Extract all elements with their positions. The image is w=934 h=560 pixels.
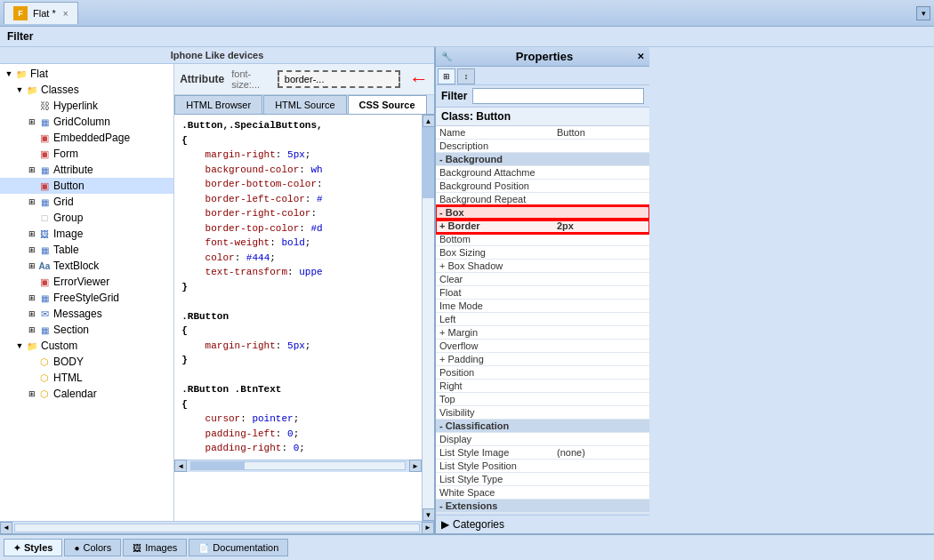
- scroll-track-v[interactable]: [423, 127, 434, 508]
- tree-scrollbar-h[interactable]: ◄ ►: [0, 521, 434, 533]
- css-scrollbar-v[interactable]: ▲ ▼: [422, 115, 434, 521]
- bg-position-value[interactable]: [553, 180, 649, 193]
- tab-css-source[interactable]: CSS Source: [348, 95, 427, 114]
- box-shadow-value[interactable]: [553, 260, 649, 273]
- display-value[interactable]: [553, 433, 649, 446]
- props-tab-1[interactable]: ⊞: [438, 68, 455, 84]
- properties-title: Properties: [516, 50, 573, 63]
- expand-section[interactable]: ⊞: [27, 325, 37, 334]
- section-header-extensions[interactable]: - Extensions: [436, 500, 649, 513]
- white-space-value[interactable]: [553, 486, 649, 500]
- tree-item-classes[interactable]: ▼ 📁 Classes: [0, 82, 173, 98]
- border-value[interactable]: 2px: [553, 220, 649, 233]
- ime-mode-value[interactable]: [553, 300, 649, 313]
- tree-item-body[interactable]: ⬡ BODY: [0, 354, 173, 370]
- scroll-track-h[interactable]: [190, 461, 406, 470]
- tree-scroll-track[interactable]: [14, 524, 420, 532]
- tree-item-button[interactable]: ▣ Button: [0, 178, 173, 194]
- expand-image[interactable]: ⊞: [27, 229, 37, 238]
- tree-item-form[interactable]: ▣ Form: [0, 146, 173, 162]
- bottom-tab-styles[interactable]: ✦ Styles: [4, 539, 62, 556]
- css-line-8: border-top-color: #d: [181, 221, 415, 236]
- right-value[interactable]: [553, 380, 649, 393]
- float-value[interactable]: [553, 286, 649, 300]
- expand-table[interactable]: ⊞: [27, 245, 37, 254]
- expand-textblock[interactable]: ⊞: [27, 261, 37, 270]
- main-tab[interactable]: F Flat * ×: [4, 2, 78, 24]
- box-sizing-value[interactable]: [553, 246, 649, 260]
- tree-label-body: BODY: [53, 356, 84, 368]
- section-header-background[interactable]: - Background: [436, 153, 649, 166]
- css-source-area[interactable]: .Button,.SpecialButtons, { margin-right:…: [174, 115, 422, 460]
- scroll-up-btn[interactable]: ▲: [423, 115, 435, 127]
- expand-calendar[interactable]: ⊞: [27, 389, 37, 398]
- tree-item-table[interactable]: ⊞ ▦ Table: [0, 242, 173, 258]
- tree-item-group[interactable]: □ Group: [0, 210, 173, 226]
- expand-attribute[interactable]: ⊞: [27, 165, 37, 174]
- bottom-tab-colors[interactable]: ● Colors: [64, 539, 121, 556]
- bottom-tab-documentation[interactable]: 📄 Documentation: [189, 539, 288, 556]
- tree-item-custom[interactable]: ▼ 📁 Custom: [0, 338, 173, 354]
- props-filter-input[interactable]: [472, 88, 644, 104]
- left-value[interactable]: [553, 313, 649, 326]
- tab-html-source[interactable]: HTML Source: [263, 95, 346, 114]
- bg-attachment-value[interactable]: [553, 166, 649, 180]
- device-label: Iphone Like devices: [0, 47, 434, 64]
- tree-item-grid[interactable]: ⊞ ▦ Grid: [0, 194, 173, 210]
- clear-value[interactable]: [553, 273, 649, 286]
- props-scroll-area[interactable]: Name Button Description - Background: [436, 126, 649, 515]
- padding-value[interactable]: [553, 353, 649, 366]
- tree-item-gridcolumn[interactable]: ⊞ ▦ GridColumn: [0, 114, 173, 130]
- expand-freestylegrid[interactable]: ⊞: [27, 293, 37, 302]
- bottom-value[interactable]: [553, 233, 649, 246]
- list-style-image-value[interactable]: (none): [553, 446, 649, 460]
- tree-item-embeddedpage[interactable]: ▣ EmbeddedPage: [0, 130, 173, 146]
- tree-item-section[interactable]: ⊞ ▦ Section: [0, 322, 173, 338]
- tree-item-messages[interactable]: ⊞ ✉ Messages: [0, 306, 173, 322]
- tree-item-attribute[interactable]: ⊞ ▦ Attribute: [0, 162, 173, 178]
- expand-gridcolumn[interactable]: ⊞: [27, 117, 37, 126]
- tree-item-html[interactable]: ⬡ HTML: [0, 370, 173, 386]
- expand-grid[interactable]: ⊞: [27, 197, 37, 206]
- tab-close-btn[interactable]: ×: [63, 9, 68, 19]
- props-tab-2[interactable]: ↕: [457, 68, 475, 84]
- expand-flat[interactable]: ▼: [4, 69, 14, 78]
- window-dropdown-btn[interactable]: ▾: [916, 6, 930, 20]
- props-icon-tabs: ⊞ ↕: [436, 67, 649, 85]
- expand-custom[interactable]: ▼: [14, 341, 25, 350]
- tree-label-gridcolumn: GridColumn: [53, 116, 110, 128]
- tree-item-flat[interactable]: ▼ 📁 Flat: [0, 66, 173, 82]
- tree-item-errorviewer[interactable]: ▣ ErrorViewer: [0, 274, 173, 290]
- section-header-box[interactable]: - Box: [436, 206, 649, 220]
- tree-item-textblock[interactable]: ⊞ Aa TextBlock: [0, 258, 173, 274]
- position-value[interactable]: [553, 366, 649, 380]
- tree-item-hyperlink[interactable]: ⛓ Hyperlink: [0, 98, 173, 114]
- tree-item-image[interactable]: ⊞ 🖼 Image: [0, 226, 173, 242]
- top-value[interactable]: [553, 393, 649, 406]
- list-style-position-value[interactable]: [553, 460, 649, 473]
- expand-messages[interactable]: ⊞: [27, 309, 37, 318]
- margin-value[interactable]: [553, 326, 649, 340]
- tree-item-calendar[interactable]: ⊞ ⬡ Calendar: [0, 386, 173, 402]
- css-scrollbar-h[interactable]: ◄ ►: [174, 460, 422, 472]
- tree-scroll-left[interactable]: ◄: [0, 522, 12, 534]
- scroll-thumb-h[interactable]: [191, 462, 245, 469]
- tab-html-browser[interactable]: HTML Browser: [174, 95, 262, 114]
- scroll-right-btn[interactable]: ►: [409, 460, 422, 472]
- css-line-5: border-bottom-color:: [181, 177, 415, 192]
- tree-scroll-right[interactable]: ►: [422, 522, 434, 534]
- section-header-classification[interactable]: - Classification: [436, 420, 649, 433]
- categories-expand-icon: ▶: [441, 518, 449, 531]
- overflow-value[interactable]: [553, 340, 649, 353]
- tree-item-freestylegrid[interactable]: ⊞ ▦ FreeStyleGrid: [0, 290, 173, 306]
- scroll-left-btn[interactable]: ◄: [174, 460, 187, 472]
- bottom-tab-images[interactable]: 🖼 Images: [123, 539, 187, 556]
- expand-classes[interactable]: ▼: [14, 85, 25, 94]
- scroll-down-btn[interactable]: ▼: [423, 508, 435, 521]
- list-style-type-value[interactable]: [553, 473, 649, 486]
- border-input[interactable]: [278, 70, 400, 88]
- bg-repeat-value[interactable]: [553, 193, 649, 206]
- visibility-value[interactable]: [553, 406, 649, 420]
- css-line-4: background-color: wh: [181, 163, 415, 178]
- scroll-thumb-v[interactable]: [423, 127, 434, 198]
